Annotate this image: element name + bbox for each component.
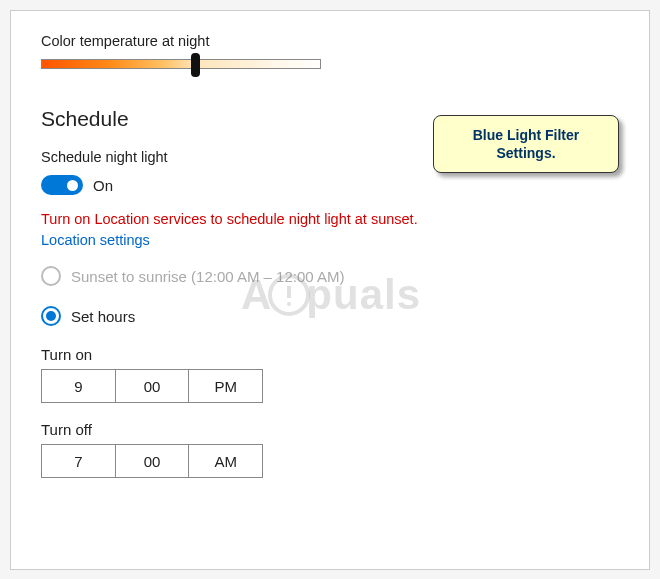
settings-panel: Color temperature at night Schedule Sche… (10, 10, 650, 570)
radio-sethours[interactable] (41, 306, 61, 326)
slider-track (41, 59, 321, 69)
turn-on-hour[interactable]: 9 (42, 370, 116, 402)
toggle-knob (67, 180, 78, 191)
slider-thumb[interactable] (191, 53, 200, 77)
turn-off-label: Turn off (41, 421, 619, 438)
turn-off-time[interactable]: 7 00 AM (41, 444, 263, 478)
callout-tooltip: Blue Light Filter Settings. (433, 115, 619, 173)
turn-on-ampm[interactable]: PM (189, 370, 262, 402)
radio-sethours-label: Set hours (71, 308, 135, 325)
schedule-toggle-state: On (93, 177, 113, 194)
color-temp-label: Color temperature at night (41, 33, 619, 49)
turn-off-ampm[interactable]: AM (189, 445, 262, 477)
radio-sunset (41, 266, 61, 286)
turn-off-minute[interactable]: 00 (116, 445, 190, 477)
turn-on-block: Turn on 9 00 PM (41, 346, 619, 403)
turn-on-label: Turn on (41, 346, 619, 363)
turn-on-minute[interactable]: 00 (116, 370, 190, 402)
color-temp-slider[interactable] (41, 59, 321, 79)
schedule-toggle-row: On (41, 175, 619, 195)
turn-off-hour[interactable]: 7 (42, 445, 116, 477)
schedule-toggle[interactable] (41, 175, 83, 195)
radio-sunset-row: Sunset to sunrise (12:00 AM – 12:00 AM) (41, 266, 619, 286)
callout-line2: Settings. (496, 145, 555, 161)
location-settings-link[interactable]: Location settings (41, 232, 150, 248)
turn-off-block: Turn off 7 00 AM (41, 421, 619, 478)
radio-sunset-label: Sunset to sunrise (12:00 AM – 12:00 AM) (71, 268, 345, 285)
location-warning: Turn on Location services to schedule ni… (41, 211, 619, 227)
radio-sethours-row[interactable]: Set hours (41, 306, 619, 326)
callout-line1: Blue Light Filter (473, 127, 580, 143)
turn-on-time[interactable]: 9 00 PM (41, 369, 263, 403)
